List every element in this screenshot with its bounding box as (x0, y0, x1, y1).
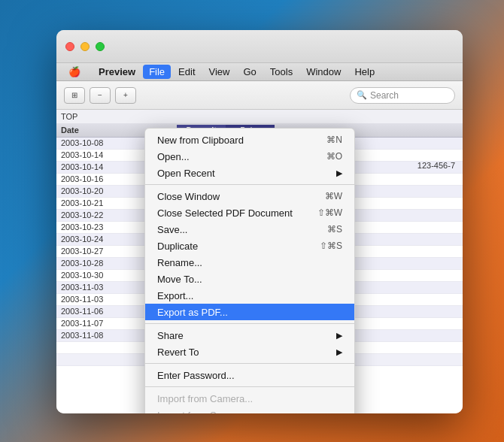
col-header-date: Date (56, 125, 113, 135)
sidebar-toggle-button[interactable]: ⊞ (64, 87, 85, 104)
separator-1 (145, 184, 354, 185)
menu-item-import-scanner: Import from Scanner... (145, 407, 354, 413)
menu-label: Close Selected PDF Document (157, 207, 293, 219)
menu-help[interactable]: Help (348, 65, 381, 79)
menu-item-new-from-clipboard[interactable]: New from Clipboard ⌘N (145, 132, 354, 148)
menu-item-import-camera: Import from Camera... (145, 390, 354, 407)
apple-menu[interactable]: 🍎 (62, 65, 87, 79)
zoom-in-icon: + (123, 91, 128, 99)
search-placeholder: Search (370, 90, 399, 101)
menu-item-move-to[interactable]: Move To... (145, 271, 354, 287)
content-area: 123-456-7 TOP Date Deposits Balance 2003… (56, 110, 463, 413)
separator-4 (145, 386, 354, 387)
menu-item-duplicate[interactable]: Duplicate ⇧⌘S (145, 238, 354, 254)
toolbar: ⊞ − + 🔍 Search (56, 81, 463, 110)
shortcut-save: ⌘S (327, 224, 342, 235)
menu-item-rename[interactable]: Rename... (145, 254, 354, 271)
menu-label: Share (157, 330, 184, 341)
submenu-arrow-icon: ▶ (336, 168, 342, 178)
table-top-label: TOP (56, 110, 463, 123)
menu-label: Open Recent (157, 168, 215, 179)
menu-label: Move To... (157, 274, 202, 285)
menu-label: Save... (157, 224, 187, 235)
zoom-in-button[interactable]: + (115, 87, 136, 104)
menu-item-save[interactable]: Save... ⌘S (145, 221, 354, 238)
menu-label: Open... (157, 151, 190, 162)
close-button[interactable] (65, 42, 74, 51)
menu-edit[interactable]: Edit (172, 65, 201, 79)
menu-item-open[interactable]: Open... ⌘O (145, 148, 354, 165)
menu-label: Export as PDF... (157, 307, 228, 318)
menu-label: Rename... (157, 257, 202, 268)
menu-item-export-as-pdf[interactable]: Export as PDF... (145, 304, 354, 320)
account-number: 123-456-7 (417, 161, 455, 170)
menu-label: Export... (157, 290, 193, 301)
search-field[interactable]: 🔍 Search (350, 87, 455, 104)
menu-label: Revert To (157, 347, 199, 358)
menubar: 🍎 Preview File Edit View Go Tools Window… (56, 63, 463, 81)
menu-label: Import from Camera... (157, 393, 253, 404)
separator-2 (145, 323, 354, 324)
file-menu-dropdown: New from Clipboard ⌘N Open... ⌘O Open Re… (144, 128, 355, 413)
menu-item-revert-to[interactable]: Revert To ▶ (145, 344, 354, 360)
titlebar (56, 30, 463, 63)
shortcut-close-pdf: ⇧⌘W (317, 207, 342, 218)
sidebar-icon: ⊞ (71, 91, 77, 99)
menu-item-enter-password[interactable]: Enter Password... (145, 367, 354, 383)
shortcut-duplicate: ⇧⌘S (320, 241, 342, 251)
app-name-label: Preview (93, 65, 141, 79)
menu-label: Import from Scanner... (157, 410, 254, 414)
maximize-button[interactable] (96, 42, 105, 51)
app-window: 🍎 Preview File Edit View Go Tools Window… (56, 30, 463, 413)
menu-label: Duplicate (157, 241, 198, 252)
menu-tools[interactable]: Tools (264, 65, 299, 79)
menu-item-close-pdf[interactable]: Close Selected PDF Document ⇧⌘W (145, 204, 354, 221)
search-icon: 🔍 (357, 90, 367, 100)
submenu-arrow-revert-icon: ▶ (336, 347, 342, 357)
menu-go[interactable]: Go (237, 65, 262, 79)
zoom-out-icon: − (98, 91, 102, 99)
shortcut-open: ⌘O (326, 151, 342, 162)
menu-item-open-recent[interactable]: Open Recent ▶ (145, 165, 354, 181)
menu-label: Enter Password... (157, 370, 235, 381)
menu-item-export[interactable]: Export... (145, 287, 354, 304)
traffic-lights (65, 42, 105, 51)
menu-window[interactable]: Window (300, 65, 347, 79)
menu-label: Close Window (157, 191, 220, 202)
zoom-out-button[interactable]: − (90, 87, 111, 104)
menu-file[interactable]: File (143, 65, 171, 79)
menu-view[interactable]: View (203, 65, 236, 79)
menu-label: New from Clipboard (157, 135, 244, 146)
menu-item-close-window[interactable]: Close Window ⌘W (145, 188, 354, 204)
minimize-button[interactable] (80, 42, 90, 51)
submenu-arrow-share-icon: ▶ (336, 331, 342, 341)
shortcut-new: ⌘N (326, 135, 342, 145)
shortcut-close-window: ⌘W (325, 191, 342, 201)
menu-item-share[interactable]: Share ▶ (145, 327, 354, 344)
separator-3 (145, 363, 354, 364)
